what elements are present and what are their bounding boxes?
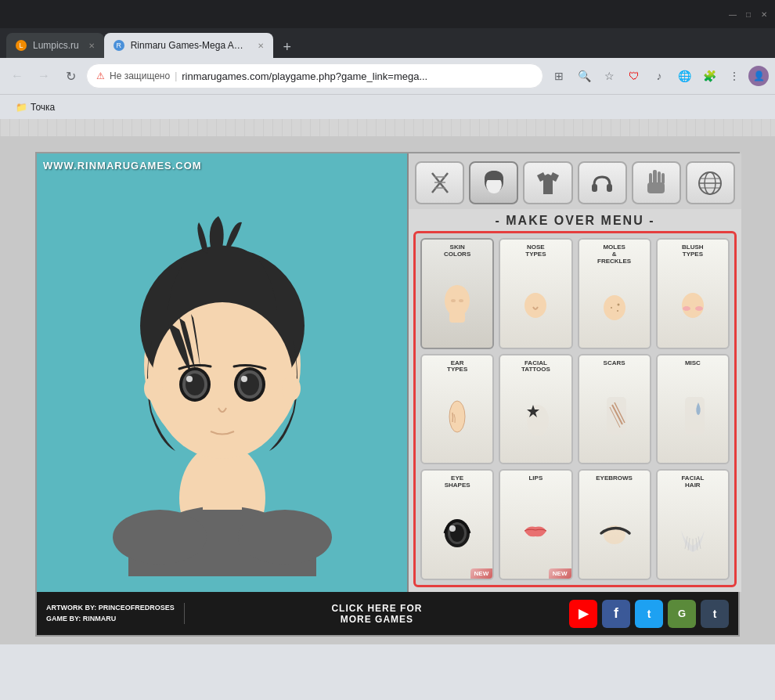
game-wrapper: WWW.RINMARUGAMES.COM	[0, 136, 775, 644]
social-youtube[interactable]: ▶	[569, 600, 597, 628]
menu-item-moles-freckles[interactable]: MOLES&FRECKLES	[578, 238, 651, 349]
bookmark-folder-icon: 📁	[16, 102, 27, 113]
icon-tab-hand[interactable]	[632, 161, 681, 204]
social-tumblr[interactable]: t	[701, 600, 729, 628]
vpn-icon[interactable]: 🌐	[673, 65, 695, 87]
menu-image-eyebrows	[579, 482, 650, 579]
svg-point-12	[186, 376, 193, 382]
icon-tab-globe[interactable]	[686, 161, 735, 204]
menu-label-blush: BLUSHTYPES	[680, 243, 705, 258]
menu-image-blush	[658, 258, 728, 348]
icon-tab-headphones[interactable]	[578, 161, 627, 204]
svg-point-18	[282, 376, 301, 401]
menu-image-lips: NEW	[500, 482, 571, 579]
svg-point-46	[617, 310, 618, 312]
menu-label-moles: MOLES&FRECKLES	[596, 243, 633, 265]
social-game[interactable]: G	[668, 600, 696, 628]
menu-image-skin	[422, 258, 492, 348]
menu-item-facial-hair[interactable]: FACIALHAIR	[656, 469, 730, 580]
svg-point-16	[241, 376, 247, 382]
menu-label-lips: LIPS	[527, 474, 544, 482]
bookmark-bar: 📁 Точка	[0, 94, 775, 119]
svg-point-40	[451, 299, 456, 302]
menu-image-tattoo	[500, 373, 571, 463]
menu-image-ear	[422, 373, 492, 463]
svg-point-49	[695, 306, 703, 311]
menu-image-facial-hair	[658, 489, 728, 579]
svg-point-42	[524, 293, 546, 318]
svg-rect-32	[647, 182, 665, 193]
menu-item-eyebrows[interactable]: EYEBROWS	[578, 469, 651, 580]
menu-item-lips[interactable]: LIPS NEW	[499, 469, 572, 580]
hand-icon	[644, 168, 668, 198]
social-facebook[interactable]: f	[602, 600, 630, 628]
reload-button[interactable]: ↻	[59, 65, 81, 87]
click-more-games-button[interactable]: CLICK HERE FORMORE GAMES	[194, 603, 560, 625]
menu-item-nose-types[interactable]: NOSETYPES	[499, 238, 572, 349]
menu-item-skin-colors[interactable]: SKINCOLORS	[420, 238, 494, 349]
svg-rect-26	[592, 184, 597, 192]
minimize-button[interactable]	[728, 9, 737, 19]
new-badge-eye: NEW	[470, 568, 493, 579]
tab-favicon-rinmaru: R	[114, 40, 124, 51]
menu-item-misc[interactable]: MISC	[656, 354, 730, 465]
svg-point-48	[683, 306, 690, 311]
menu-item-eye-shapes[interactable]: EYESHAPES NEW	[420, 469, 494, 580]
menu-label-ear: EARTYPES	[445, 359, 469, 374]
menu-grid: SKINCOLORS NOSETYPES	[413, 231, 737, 587]
menu-label-tattoo: FACIALTATTOOS	[520, 359, 552, 374]
menu-item-ear-types[interactable]: EARTYPES	[420, 354, 494, 465]
character-panel: WWW.RINMARUGAMES.COM	[37, 153, 409, 592]
tab-close-lumpics[interactable]: ✕	[88, 41, 95, 50]
back-button[interactable]: ←	[6, 65, 28, 87]
tab-lumpics[interactable]: L Lumpics.ru ✕	[6, 33, 104, 58]
svg-rect-57	[685, 397, 705, 435]
tab-rinmaru[interactable]: R Rinmaru Games-Mega Anime Av... ✕	[104, 33, 273, 58]
new-tab-button[interactable]: +	[276, 36, 298, 58]
search-icon[interactable]: 🔍	[573, 65, 595, 87]
menu-item-blush-types[interactable]: BLUSHTYPES	[656, 238, 730, 349]
character-display	[37, 153, 407, 592]
extensions-icon[interactable]: 🧩	[698, 65, 720, 87]
globe-icon	[696, 169, 724, 197]
svg-rect-29	[658, 171, 661, 184]
maximize-button[interactable]	[744, 9, 753, 19]
toolbar: ← → ↻ ⚠ Не защищено | rinmarugames.com/p…	[0, 58, 775, 94]
close-button[interactable]	[759, 9, 769, 19]
forward-button[interactable]: →	[33, 65, 55, 87]
menu-item-scars[interactable]: SCARS	[578, 354, 651, 465]
tab-close-rinmaru[interactable]: ✕	[258, 41, 264, 50]
menu-item-facial-tattoos[interactable]: FACIALTATTOOS	[499, 354, 572, 465]
top-decoration	[0, 119, 775, 136]
icon-tab-dna[interactable]	[415, 161, 464, 204]
title-bar	[0, 0, 775, 28]
icon-tab-hair[interactable]	[469, 161, 518, 204]
profile-avatar[interactable]: 👤	[748, 66, 769, 86]
menu-label-nose: NOSETYPES	[524, 243, 547, 258]
game-bottom-bar: ARTWORK BY: PRINCEOFREDROSES GAME BY: RI…	[37, 592, 738, 635]
svg-point-4	[113, 510, 207, 565]
svg-point-44	[617, 304, 619, 306]
bookmark-tochka[interactable]: 📁 Точка	[9, 99, 61, 116]
social-twitter[interactable]: t	[635, 600, 663, 628]
menu-label-misc: MISC	[683, 359, 702, 367]
menu-image-moles	[579, 265, 650, 347]
menu-label-eye: EYESHAPES	[443, 474, 472, 489]
svg-point-17	[144, 376, 163, 401]
svg-rect-39	[449, 312, 465, 323]
icon-tab-shirt[interactable]	[523, 161, 572, 204]
menu-icon[interactable]: ⋮	[723, 65, 745, 87]
window-controls	[728, 9, 769, 19]
security-icon: ⚠	[96, 70, 105, 81]
menu-label-eyebrows: EYEBROWS	[594, 474, 634, 482]
svg-point-43	[604, 295, 625, 320]
menu-label-facial-hair: FACIALHAIR	[679, 474, 705, 489]
kaspersky-icon[interactable]: 🛡	[623, 65, 645, 87]
bookmark-icon[interactable]: ☆	[598, 65, 620, 87]
address-bar[interactable]: ⚠ Не защищено | rinmarugames.com/playgam…	[86, 63, 543, 88]
menu-image-nose	[500, 258, 571, 348]
makeover-title: - MAKE OVER MENU -	[409, 209, 741, 231]
svg-point-5	[238, 510, 332, 565]
translate-icon[interactable]: ⊞	[548, 65, 570, 87]
music-icon[interactable]: ♪	[648, 65, 670, 87]
